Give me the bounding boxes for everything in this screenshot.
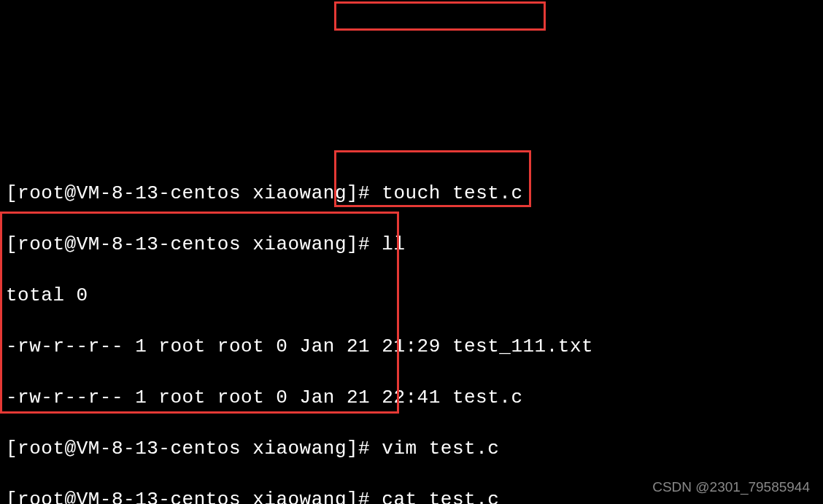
command-vim: vim test.c [382, 438, 499, 460]
prompt-close: ]# [347, 438, 370, 460]
command-ll: ll [382, 233, 405, 255]
prompt-at: @ [65, 489, 77, 504]
output-total: total 0 [6, 281, 817, 310]
prompt-host: VM-8-13-centos [77, 438, 241, 460]
watermark-text: CSDN @2301_79585944 [652, 479, 810, 495]
prompt-at: @ [65, 182, 77, 204]
prompt-host: VM-8-13-centos [77, 489, 241, 504]
prompt-host: VM-8-13-centos [77, 233, 241, 255]
prompt-path: xiaowang [252, 438, 347, 460]
output-file-listing: -rw-r--r-- 1 root root 0 Jan 21 21:29 te… [6, 332, 817, 361]
prompt-bracket: [ [6, 438, 18, 460]
prompt-at: @ [65, 438, 77, 460]
prompt-host: VM-8-13-centos [77, 182, 241, 204]
highlight-box-touch [334, 1, 546, 31]
prompt-bracket: [ [6, 182, 18, 204]
prompt-at: @ [65, 233, 77, 255]
output-file-listing: -rw-r--r-- 1 root root 0 Jan 21 22:41 te… [6, 383, 817, 412]
prompt-user: root [18, 233, 64, 255]
prompt-path: xiaowang [252, 489, 347, 504]
prompt-bracket: [ [6, 233, 18, 255]
terminal-line[interactable]: [root@VM-8-13-centos xiaowang]# vim test… [6, 434, 817, 463]
prompt-close: ]# [347, 182, 370, 204]
prompt-user: root [18, 489, 64, 504]
command-cat: cat test.c [382, 489, 499, 504]
terminal-line[interactable]: [root@VM-8-13-centos xiaowang]# touch te… [6, 179, 817, 208]
prompt-path: xiaowang [252, 182, 347, 204]
prompt-close: ]# [347, 489, 370, 504]
prompt-path: xiaowang [252, 233, 347, 255]
prompt-close: ]# [347, 233, 370, 255]
prompt-user: root [18, 438, 64, 460]
command-touch: touch test.c [382, 182, 522, 204]
terminal-line[interactable]: [root@VM-8-13-centos xiaowang]# ll [6, 230, 817, 259]
prompt-bracket: [ [6, 489, 18, 504]
prompt-user: root [18, 182, 64, 204]
